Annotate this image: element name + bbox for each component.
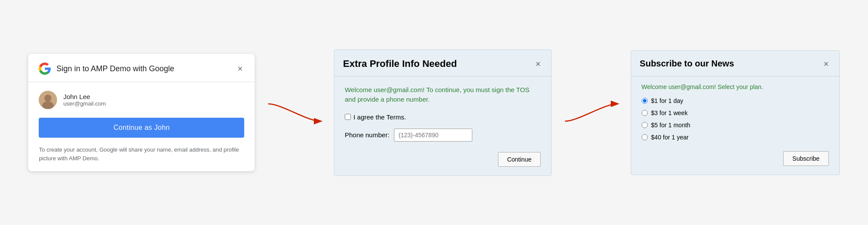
tos-label: I agree the Terms. [353,113,406,121]
plan-label-3: $40 for 1 year [651,134,689,141]
user-details: John Lee user@gmail.com [63,93,106,107]
extra-profile-title: Extra Profile Info Needed [343,58,457,69]
avatar-image [39,91,57,109]
phone-label: Phone number: [345,131,390,139]
extra-profile-header: Extra Profile Info Needed × [334,50,551,76]
user-info: John Lee user@gmail.com [39,91,244,109]
subscribe-button[interactable]: Subscribe [783,151,828,166]
extra-continue-button[interactable]: Continue [498,152,541,167]
svg-point-1 [44,95,51,102]
disclaimer-text: To create your account, Google will shar… [39,146,244,162]
list-item: $5 for 1 month [642,122,829,129]
plan-label-0: $1 for 1 day [651,97,683,104]
plan-options: $1 for 1 day$3 for 1 week$5 for 1 month$… [642,97,829,141]
google-signin-title: Sign in to AMP Demo with Google [56,64,174,73]
tos-checkbox[interactable] [345,114,351,120]
plan-radio-0[interactable] [642,98,648,104]
arrow1-container [259,95,329,130]
continue-as-john-button[interactable]: Continue as John [39,118,244,138]
plan-radio-1[interactable] [642,110,648,116]
arrow2-icon [561,95,622,130]
dialogs-container: Sign in to AMP Demo with Google × John L… [26,50,842,176]
arrow2-container [556,95,626,130]
subscribe-dialog: Subscribe to our News × Welcome user@gma… [631,50,840,175]
plan-radio-3[interactable] [642,134,648,140]
continue-row: Continue [345,152,541,167]
subscribe-header: Subscribe to our News × [631,51,839,76]
phone-input[interactable] [394,129,472,142]
extra-profile-close-button[interactable]: × [534,58,542,70]
user-name: John Lee [63,93,106,100]
extra-profile-dialog: Extra Profile Info Needed × Welcome user… [334,50,552,176]
google-signin-header: Sign in to AMP Demo with Google × [28,54,255,82]
google-signin-close-button[interactable]: × [236,63,245,75]
extra-profile-body: Welcome user@gmail.com! To continue, you… [334,76,551,175]
list-item: $40 for 1 year [642,134,829,141]
tos-row: I agree the Terms. [345,113,541,121]
list-item: $3 for 1 week [642,109,829,116]
google-signin-body: John Lee user@gmail.com Continue as John… [28,82,255,171]
plan-label-2: $5 for 1 month [651,122,690,129]
extra-welcome-text: Welcome user@gmail.com! To continue, you… [345,85,541,105]
subscribe-body: Welcome user@gmail.com! Select your plan… [631,76,839,175]
google-signin-dialog: Sign in to AMP Demo with Google × John L… [28,54,255,171]
subscribe-welcome-text: Welcome user@gmail.com! Select your plan… [642,83,829,90]
subscribe-row: Subscribe [642,151,829,166]
subscribe-close-button[interactable]: × [822,58,831,70]
plan-radio-2[interactable] [642,122,648,128]
google-logo-icon [39,63,51,75]
phone-row: Phone number: [345,129,541,142]
list-item: $1 for 1 day [642,97,829,104]
subscribe-title: Subscribe to our News [640,59,734,69]
user-email: user@gmail.com [63,100,106,107]
arrow1-icon [264,95,325,130]
plan-label-1: $3 for 1 week [651,109,688,116]
google-brand: Sign in to AMP Demo with Google [39,63,174,75]
avatar [39,91,57,109]
